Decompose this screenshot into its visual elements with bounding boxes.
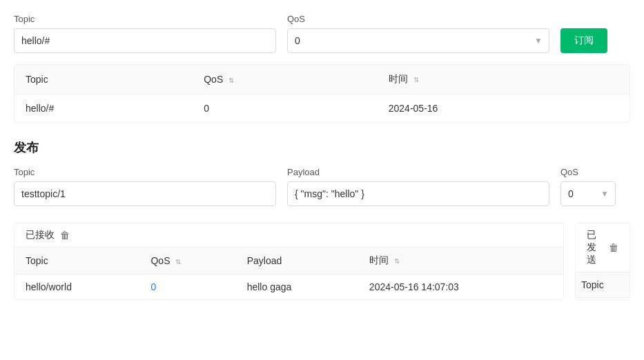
time-sort-icon[interactable]: ⇅ <box>413 76 419 83</box>
subscribe-row-qos: 0 <box>193 94 378 123</box>
topic-field-group: Topic <box>14 14 276 53</box>
received-header-row: Topic QoS ⇅ Payload 时间 ⇅ <box>14 248 563 274</box>
publish-section: 发布 Topic Payload QoS 0 1 2 ▼ <box>14 139 630 206</box>
publish-qos-label: QoS <box>560 167 616 177</box>
received-time-sort-icon[interactable]: ⇅ <box>394 257 400 265</box>
subscribe-col-topic: Topic <box>14 65 193 94</box>
qos-field-group: QoS 0 1 2 ▼ <box>287 14 549 53</box>
received-row-topic: hello/world <box>14 274 139 300</box>
subscribe-table: Topic QoS ⇅ 时间 ⇅ hello/# 0 2024-05-16 <box>14 65 630 122</box>
subscribe-qos-label: QoS <box>287 14 549 24</box>
subscribe-row-time: 2024-05-16 <box>378 94 630 123</box>
bottom-row: 已接收 🗑 Topic QoS ⇅ Payload <box>14 223 630 300</box>
received-trash-icon[interactable]: 🗑 <box>60 230 70 241</box>
subscribe-table-container: Topic QoS ⇅ 时间 ⇅ hello/# 0 2024-05-16 <box>14 64 630 123</box>
table-row: hello/world 0 hello gaga 2024-05-16 14:0… <box>14 274 563 300</box>
sent-title: 已发送 <box>587 229 603 266</box>
received-col-payload: Payload <box>236 248 358 274</box>
publish-topic-group: Topic <box>14 167 276 206</box>
sent-panel: 已发送 🗑 Topic <box>575 223 630 300</box>
sent-col-topic: Topic <box>576 272 630 298</box>
received-col-topic: Topic <box>14 248 139 274</box>
received-row-payload: hello gaga <box>236 274 358 300</box>
subscribe-col-time: 时间 ⇅ <box>378 65 630 94</box>
topic-label: Topic <box>14 14 276 24</box>
publish-payload-group: Payload <box>287 167 549 206</box>
publish-topic-label: Topic <box>14 167 276 177</box>
subscribe-table-header-row: Topic QoS ⇅ 时间 ⇅ <box>14 65 630 94</box>
sent-title-group: 已发送 🗑 <box>587 229 618 266</box>
publish-qos-select[interactable]: 0 1 2 <box>560 181 616 206</box>
received-row-qos: 0 <box>139 274 235 300</box>
received-panel: 已接收 🗑 Topic QoS ⇅ Payload <box>14 223 564 300</box>
table-row: hello/# 0 2024-05-16 <box>14 94 630 123</box>
received-col-qos: QoS ⇅ <box>139 248 235 274</box>
subscribe-qos-select[interactable]: 0 1 2 <box>287 28 549 53</box>
sent-table: Topic <box>576 272 630 298</box>
received-title-group: 已接收 🗑 <box>26 229 70 241</box>
received-qos-sort-icon[interactable]: ⇅ <box>175 258 181 266</box>
subscribe-button[interactable]: 订阅 <box>560 28 607 53</box>
publish-qos-wrap: 0 1 2 ▼ <box>560 181 616 206</box>
received-table: Topic QoS ⇅ Payload 时间 ⇅ <box>14 248 563 299</box>
subscribe-section: Topic QoS 0 1 2 ▼ 订阅 <box>14 14 630 53</box>
subscribe-row-topic: hello/# <box>14 94 193 123</box>
subscribe-qos-wrap: 0 1 2 ▼ <box>287 28 549 53</box>
publish-qos-group: QoS 0 1 2 ▼ <box>560 167 616 206</box>
received-row-time: 2024-05-16 14:07:03 <box>358 274 563 300</box>
sent-header-row: Topic <box>576 272 630 298</box>
subscribe-col-qos: QoS ⇅ <box>193 65 378 94</box>
qos-sort-icon[interactable]: ⇅ <box>228 77 234 84</box>
sent-panel-header: 已发送 🗑 <box>576 223 630 272</box>
received-panel-header: 已接收 🗑 <box>14 223 563 248</box>
publish-payload-label: Payload <box>287 167 549 177</box>
publish-section-title: 发布 <box>14 139 630 156</box>
publish-topic-input[interactable] <box>14 181 276 206</box>
received-col-time: 时间 ⇅ <box>358 248 563 274</box>
publish-row: Topic Payload QoS 0 1 2 ▼ <box>14 167 630 206</box>
subscribe-topic-input[interactable] <box>14 28 276 53</box>
sent-trash-icon[interactable]: 🗑 <box>609 242 618 253</box>
publish-payload-input[interactable] <box>287 181 549 206</box>
received-title: 已接收 <box>26 229 55 241</box>
